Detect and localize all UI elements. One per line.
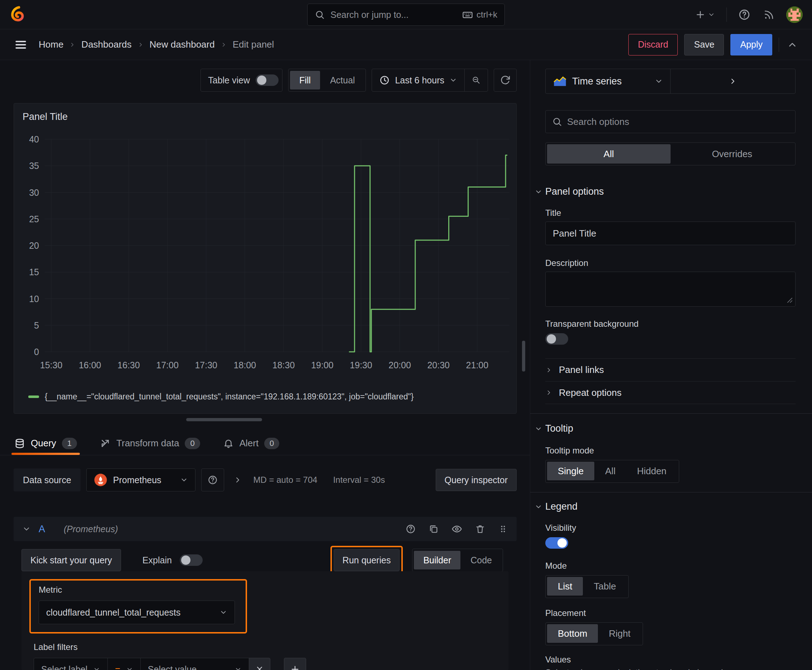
panel-title-input[interactable] — [545, 222, 795, 245]
discard-button[interactable]: Discard — [628, 34, 678, 56]
kick-start-button[interactable]: Kick start your query — [22, 549, 121, 571]
tooltip-mode-single[interactable]: Single — [547, 462, 594, 481]
select-value-dropdown[interactable]: Select value — [140, 658, 249, 670]
legend-swatch[interactable] — [28, 396, 39, 398]
legend-series-label[interactable]: {__name__="cloudflared_tunnel_total_requ… — [45, 392, 414, 401]
code-option[interactable]: Code — [461, 551, 501, 569]
chevron-down-icon — [234, 666, 242, 670]
tab-overrides[interactable]: Overrides — [671, 144, 794, 164]
close-icon — [255, 665, 264, 670]
editor-tabs: Query 1 Transform data 0 Alert 0 — [0, 431, 530, 455]
tab-query[interactable]: Query 1 — [14, 431, 77, 455]
operator-value: = — [115, 664, 120, 670]
resize-grip-icon[interactable] — [787, 298, 793, 303]
time-range-button[interactable]: Last 6 hours — [372, 69, 464, 91]
svg-text:20: 20 — [29, 240, 39, 250]
collapse-header-button[interactable] — [785, 38, 799, 52]
grafana-logo[interactable] — [11, 6, 27, 24]
options-search[interactable] — [545, 110, 795, 133]
legend-placement-label: Placement — [545, 608, 795, 618]
collapse-query-chevron-icon[interactable] — [22, 524, 31, 533]
breadcrumb-new-dashboard[interactable]: New dashboard — [150, 39, 215, 50]
datasource-picker[interactable]: Prometheus — [86, 469, 195, 491]
legend-visibility-toggle[interactable] — [545, 537, 568, 549]
actual-option[interactable]: Actual — [321, 71, 364, 90]
transparent-bg-label: Transparent background — [545, 319, 795, 329]
grafana-edit-panel: Search or jump to... ctrl+k — [0, 0, 812, 670]
add-filter-button[interactable] — [284, 658, 306, 670]
visualization-select[interactable]: Time series — [545, 69, 795, 94]
top-nav-bar: Search or jump to... ctrl+k — [0, 0, 812, 29]
vertical-scrollbar[interactable] — [522, 341, 525, 372]
tab-alert-label: Alert — [239, 438, 258, 449]
mega-menu-button[interactable] — [13, 37, 29, 52]
user-avatar[interactable] — [786, 7, 803, 23]
repeat-options-section[interactable]: Repeat options — [545, 381, 795, 404]
viz-suggestions-button[interactable] — [671, 69, 795, 93]
legend-placement-right[interactable]: Right — [598, 624, 641, 643]
svg-text:17:00: 17:00 — [156, 360, 179, 370]
breadcrumb-dashboards[interactable]: Dashboards — [81, 39, 131, 50]
select-label-placeholder: Select label — [41, 664, 87, 670]
panel-links-section[interactable]: Panel links — [545, 358, 795, 381]
query-inspector-button[interactable]: Query inspector — [436, 469, 517, 491]
tooltip-mode-hidden[interactable]: Hidden — [626, 462, 677, 481]
tab-query-label: Query — [31, 438, 56, 449]
new-menu-button[interactable] — [693, 8, 716, 22]
refresh-button[interactable] — [494, 69, 517, 91]
drag-query-icon[interactable] — [498, 524, 508, 534]
zoom-out-time-button[interactable] — [465, 69, 488, 91]
breadcrumb-home[interactable]: Home — [39, 39, 63, 50]
operator-dropdown[interactable]: = — [107, 658, 141, 670]
svg-text:10: 10 — [29, 294, 39, 304]
tab-alert[interactable]: Alert 0 — [223, 431, 280, 455]
svg-text:20:00: 20:00 — [388, 360, 411, 370]
metric-select[interactable]: cloudflared_tunnel_total_requests — [39, 601, 235, 624]
panel-resize-handle[interactable] — [186, 418, 262, 421]
panel-preview: Panel Title 051015202530354015:3016:0016… — [14, 103, 517, 414]
legend-header[interactable]: Legend — [545, 501, 795, 512]
datasource-help-button[interactable] — [201, 469, 224, 491]
fill-option[interactable]: Fill — [290, 71, 320, 90]
datasource-bar: Data source Prometheus MD = auto = 704 — [14, 468, 517, 492]
query-row-header[interactable]: A (Prometheus) — [14, 517, 517, 541]
keyboard-icon — [462, 9, 473, 20]
query-help-icon[interactable] — [406, 524, 416, 534]
tooltip-mode-all[interactable]: All — [594, 462, 626, 481]
transparent-bg-toggle[interactable] — [545, 333, 568, 345]
builder-option[interactable]: Builder — [414, 551, 460, 569]
edit-actions: Discard Save Apply — [628, 34, 799, 56]
legend-mode-list[interactable]: List — [547, 577, 583, 596]
tab-transform-data[interactable]: Transform data 0 — [100, 431, 200, 455]
tooltip-header[interactable]: Tooltip — [545, 423, 795, 434]
description-textarea[interactable] — [545, 272, 795, 307]
delete-query-icon[interactable] — [475, 524, 485, 534]
svg-text:25: 25 — [29, 214, 39, 224]
legend-placement-bottom[interactable]: Bottom — [547, 624, 598, 643]
news-button[interactable] — [762, 7, 776, 22]
tab-all[interactable]: All — [547, 144, 671, 164]
legend-mode-table[interactable]: Table — [583, 577, 627, 596]
remove-filter-button[interactable] — [249, 658, 270, 670]
global-search-input[interactable]: Search or jump to... ctrl+k — [307, 3, 505, 26]
help-button[interactable] — [737, 7, 752, 22]
chevron-down-icon — [449, 76, 457, 84]
transform-icon — [100, 438, 111, 449]
datasource-name: Prometheus — [113, 475, 161, 485]
table-view-toggle[interactable] — [256, 74, 278, 86]
clock-icon — [379, 75, 390, 86]
explain-toggle[interactable] — [180, 554, 203, 566]
table-view-control: Table view — [200, 69, 283, 91]
query-count-badge: 1 — [62, 438, 77, 449]
expand-options-chevron-icon[interactable] — [234, 475, 242, 484]
run-queries-button[interactable]: Run queries — [334, 549, 400, 571]
save-button[interactable]: Save — [684, 34, 724, 56]
apply-button[interactable]: Apply — [731, 34, 772, 56]
duplicate-query-icon[interactable] — [429, 524, 439, 534]
chevron-right-icon — [220, 42, 227, 48]
select-label-dropdown[interactable]: Select label — [34, 658, 108, 670]
panel-options-header[interactable]: Panel options — [545, 186, 795, 197]
hide-query-icon[interactable] — [451, 524, 462, 535]
interval: Interval = 30s — [333, 475, 385, 485]
options-search-input[interactable] — [567, 116, 789, 127]
